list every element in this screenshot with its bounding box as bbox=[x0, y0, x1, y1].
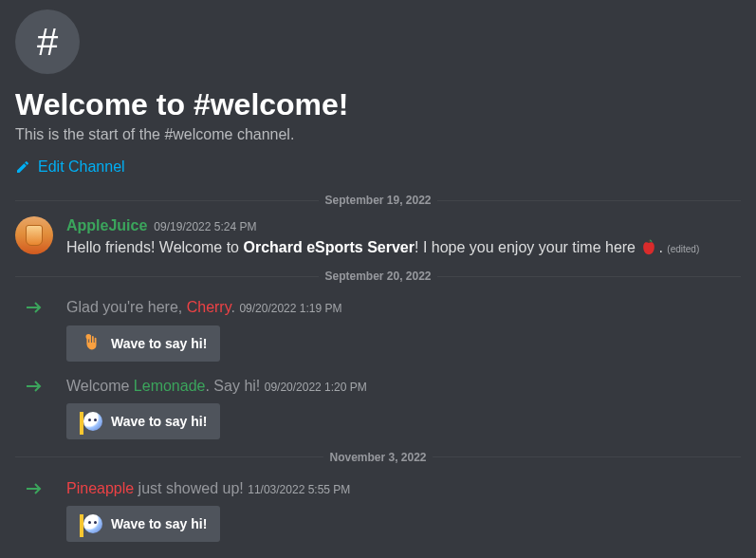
date-divider: September 19, 2022 bbox=[15, 194, 741, 207]
page-title: Welcome to #welcome! bbox=[15, 87, 741, 122]
message-content: Hello friends! Welcome to Orchard eSport… bbox=[66, 237, 741, 258]
member-name[interactable]: Pineapple bbox=[66, 480, 134, 496]
divider-label: November 3, 2022 bbox=[323, 451, 432, 464]
message-timestamp: 09/19/2022 5:24 PM bbox=[154, 220, 256, 233]
wave-button[interactable]: Wave to say hi! bbox=[66, 326, 220, 362]
join-message: Welcome Lemonade. Say hi! 09/20/2022 1:2… bbox=[15, 375, 741, 439]
wave-button-label: Wave to say hi! bbox=[111, 516, 207, 531]
arrow-join-icon bbox=[15, 375, 53, 439]
channel-start-block: # Welcome to #welcome! This is the start… bbox=[15, 9, 741, 178]
pencil-icon bbox=[15, 159, 30, 175]
wave-button[interactable]: Wave to say hi! bbox=[66, 506, 220, 542]
message: AppleJuice 09/19/2022 5:24 PM Hello frie… bbox=[15, 216, 741, 258]
arrow-join-icon bbox=[15, 296, 53, 361]
message-timestamp: 09/20/2022 1:19 PM bbox=[239, 302, 341, 315]
join-message: Glad you're here, Cherry. 09/20/2022 1:1… bbox=[15, 296, 741, 361]
join-message: Pineapple just showed up! 11/03/2022 5:5… bbox=[15, 477, 741, 542]
avatar[interactable] bbox=[15, 216, 53, 254]
edit-channel-label: Edit Channel bbox=[38, 158, 125, 176]
divider-label: September 19, 2022 bbox=[319, 194, 436, 207]
wave-sticker-icon bbox=[80, 512, 102, 535]
apple-emoji bbox=[639, 237, 658, 256]
date-divider: November 3, 2022 bbox=[15, 451, 741, 464]
wave-button[interactable]: Wave to say hi! bbox=[66, 403, 220, 439]
page-subtitle: This is the start of the #welcome channe… bbox=[15, 126, 741, 143]
member-name[interactable]: Lemonade bbox=[134, 378, 206, 394]
wave-sticker-icon bbox=[80, 410, 102, 433]
message-timestamp: 09/20/2022 1:20 PM bbox=[265, 381, 367, 394]
date-divider: September 20, 2022 bbox=[15, 270, 741, 283]
svg-point-0 bbox=[86, 333, 92, 339]
edited-label: (edited) bbox=[667, 244, 699, 254]
arrow-join-icon bbox=[15, 477, 53, 542]
edit-channel-button[interactable]: Edit Channel bbox=[15, 158, 125, 176]
message-timestamp: 11/03/2022 5:55 PM bbox=[248, 483, 350, 496]
member-name[interactable]: Cherry bbox=[187, 299, 231, 315]
divider-label: September 20, 2022 bbox=[319, 270, 436, 283]
author-name[interactable]: AppleJuice bbox=[66, 216, 147, 236]
wave-button-label: Wave to say hi! bbox=[111, 336, 207, 351]
wave-button-label: Wave to say hi! bbox=[111, 414, 207, 429]
wave-hand-icon bbox=[80, 332, 102, 355]
hash-icon: # bbox=[15, 9, 80, 74]
